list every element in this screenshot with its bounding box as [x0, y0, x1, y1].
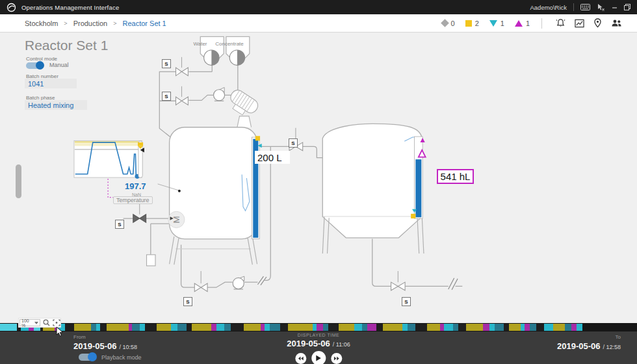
timeline-segment[interactable] — [140, 324, 145, 331]
alarm-badge-low[interactable]: 1 — [489, 20, 504, 27]
timeline-segment[interactable] — [427, 324, 440, 331]
pump-feed[interactable] — [214, 88, 225, 101]
valve-concentrate-feed[interactable] — [176, 86, 188, 105]
timeline-segment[interactable] — [192, 324, 211, 331]
timeline-segment[interactable] — [376, 324, 383, 331]
timeline-segment[interactable] — [383, 324, 402, 331]
timeline-segment[interactable] — [402, 324, 408, 331]
timeline-segment[interactable] — [100, 324, 107, 331]
batch-number-field[interactable]: 1041 — [25, 79, 77, 88]
alarm-badge-high[interactable]: 1 — [515, 20, 530, 27]
map-pin-icon[interactable] — [593, 18, 602, 28]
agitator-indicator[interactable]: M — [168, 211, 185, 228]
pointer-disable-icon[interactable] — [597, 3, 605, 12]
timeline-segment[interactable] — [565, 324, 571, 331]
interlock-tag-s3[interactable]: S — [115, 220, 124, 229]
timeline-segment[interactable] — [544, 324, 553, 331]
timeline-segment[interactable] — [177, 324, 187, 331]
timeline-segment[interactable] — [536, 324, 544, 331]
timeline-segment[interactable] — [244, 324, 261, 331]
keyboard-icon[interactable] — [580, 4, 590, 10]
timeline-segment[interactable] — [367, 324, 376, 331]
valve-v1-outlet[interactable] — [194, 271, 207, 291]
timeline-segment[interactable] — [458, 324, 466, 331]
timeline-zoom-select[interactable]: 100 % — [20, 319, 40, 326]
scrollbar-thumb[interactable] — [16, 164, 21, 198]
timeline-segment[interactable] — [509, 324, 521, 331]
people-icon[interactable] — [611, 19, 622, 27]
timeline-segment[interactable] — [354, 324, 362, 331]
timeline-segment[interactable] — [171, 324, 177, 331]
timeline-segment[interactable] — [328, 324, 339, 331]
interlock-tag-s2[interactable]: S — [162, 92, 171, 101]
timeline-segment[interactable] — [577, 324, 582, 331]
breadcrumb-item-reactor-set-1[interactable]: Reactor Set 1 — [122, 20, 166, 27]
timeline-segment[interactable] — [444, 324, 453, 331]
timeline-segment[interactable] — [323, 324, 328, 331]
timeline-segment[interactable] — [466, 324, 483, 331]
timeline-segment[interactable] — [280, 324, 288, 331]
timeline-segment[interactable] — [0, 324, 17, 331]
timeline-segment[interactable] — [65, 324, 74, 331]
playback-mode-toggle[interactable] — [79, 354, 96, 361]
drain-vessel[interactable] — [147, 255, 155, 266]
timeline-segment[interactable] — [415, 324, 427, 331]
timeline-segment[interactable] — [317, 324, 323, 331]
restore-window-icon[interactable] — [624, 4, 630, 10]
timeline-segment[interactable] — [91, 324, 96, 331]
to-time: / 12:58 — [603, 344, 621, 350]
timeline-segment[interactable] — [362, 324, 367, 331]
fit-range-icon[interactable] — [53, 319, 60, 326]
play-button[interactable] — [311, 351, 326, 364]
timeline-segment[interactable] — [187, 324, 192, 331]
timeline-segment[interactable] — [231, 324, 244, 331]
timeline-segment[interactable] — [270, 324, 280, 331]
timeline-segment[interactable] — [453, 324, 458, 331]
timeline-segment[interactable] — [74, 324, 91, 331]
timeline-segment[interactable] — [288, 324, 313, 331]
range-from: From 2019-05-06/ 10:58 — [73, 334, 137, 352]
timeline-segment[interactable] — [265, 324, 270, 331]
zoom-out-icon[interactable] — [43, 319, 50, 326]
interlock-tag-s6[interactable]: S — [402, 297, 411, 306]
timeline-segment[interactable] — [530, 324, 536, 331]
interlock-tag-s4[interactable]: S — [289, 138, 298, 148]
batch-phase-field[interactable]: Heated mixing — [25, 100, 87, 110]
control-mode-toggle[interactable] — [26, 62, 43, 69]
reactor-vessel-2[interactable] — [322, 124, 425, 254]
breadcrumb-item-stockholm[interactable]: Stockholm — [25, 20, 58, 27]
fast-forward-button[interactable] — [331, 353, 342, 364]
timeline-segment[interactable] — [339, 324, 354, 331]
valve-water-feed[interactable] — [176, 57, 188, 76]
minimize-icon[interactable] — [612, 5, 618, 10]
trend-chart-icon[interactable] — [575, 19, 584, 28]
valve-v2-outlet[interactable] — [391, 271, 406, 291]
timeline-segment[interactable] — [489, 324, 495, 331]
timeline-segment[interactable] — [571, 324, 577, 331]
rewind-button[interactable] — [295, 353, 306, 364]
interlock-tag-s1[interactable]: S — [162, 59, 171, 68]
timeline-segment[interactable] — [145, 324, 157, 331]
breadcrumb-item-production[interactable]: Production — [73, 20, 108, 27]
timeline-segment[interactable] — [483, 324, 489, 331]
vessel2-level-value[interactable]: 541 hL — [437, 169, 474, 184]
timeline-segment[interactable] — [525, 324, 530, 331]
alarm-badge-diamond[interactable]: 0 — [442, 20, 455, 27]
timeline-segment[interactable] — [224, 324, 231, 331]
timeline-segment[interactable] — [216, 324, 224, 331]
pump-transfer[interactable] — [233, 276, 244, 289]
timeline-track[interactable] — [0, 323, 637, 332]
timeline-segment[interactable] — [157, 324, 171, 331]
timeline-segment[interactable] — [553, 324, 565, 331]
timeline-segment[interactable] — [504, 324, 509, 331]
reactor-vessel-1[interactable] — [170, 88, 262, 265]
interlock-tag-s5[interactable]: S — [183, 297, 192, 306]
timeline-segment[interactable] — [107, 324, 129, 331]
alarm-badge-square[interactable]: 2 — [465, 20, 479, 27]
alarm-bell-icon[interactable] — [556, 18, 566, 28]
valve-agitator-closed[interactable] — [133, 201, 146, 222]
timeline-segment[interactable] — [408, 324, 415, 331]
timeline-segment[interactable] — [132, 324, 140, 331]
timeline-segment[interactable] — [495, 324, 504, 331]
timeline-segment[interactable] — [211, 324, 216, 331]
